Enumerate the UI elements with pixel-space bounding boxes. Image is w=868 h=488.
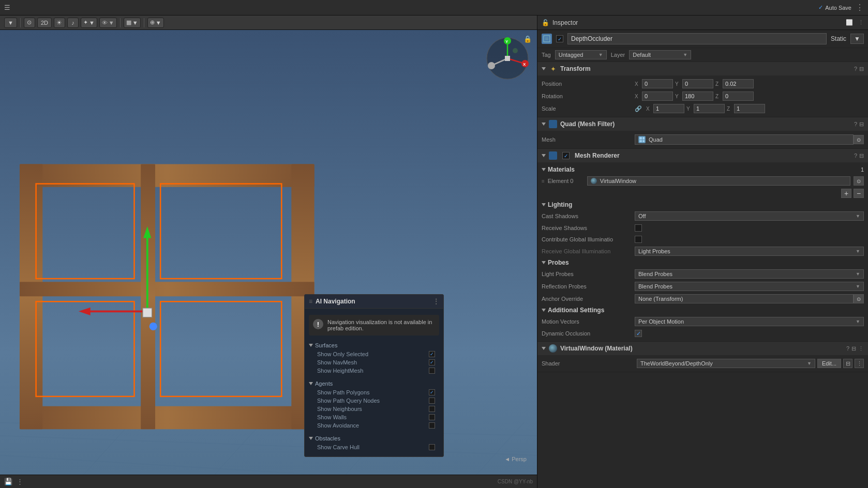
- obstacles-item-1-checkbox[interactable]: [429, 444, 435, 450]
- cast-shadows-dropdown[interactable]: Off ▼: [635, 211, 864, 221]
- top-more-btn[interactable]: ⋮: [856, 3, 864, 12]
- reflection-probes-dropdown[interactable]: Blend Probes ▼: [635, 282, 864, 291]
- position-y-input[interactable]: [682, 79, 713, 88]
- scale-x-input[interactable]: [653, 104, 684, 113]
- surfaces-item-2-checkbox[interactable]: [429, 359, 435, 365]
- agents-section-header[interactable]: Agents: [309, 379, 439, 388]
- mesh-renderer-help[interactable]: ?: [854, 152, 857, 159]
- agents-item-5-checkbox[interactable]: [429, 422, 435, 429]
- hidden-btn[interactable]: 👁▼: [99, 18, 117, 28]
- display-mode-btn[interactable]: ▦▼: [124, 18, 141, 28]
- shader-icon-btn-2[interactable]: ⋮: [855, 359, 864, 368]
- receive-gi-arrow: ▼: [856, 249, 860, 254]
- vwm-help[interactable]: ?: [846, 345, 849, 352]
- rotate-tool-btn[interactable]: ⊙: [24, 18, 35, 28]
- anchor-override-select-btn[interactable]: ⊙: [854, 294, 864, 303]
- light-probes-value: Blend Probes: [638, 271, 672, 277]
- object-name-input[interactable]: [567, 33, 827, 44]
- materials-subsection-header[interactable]: Materials 1: [542, 164, 864, 175]
- mesh-renderer-settings[interactable]: ⊟: [859, 152, 864, 159]
- additional-settings-header[interactable]: Additional Settings: [542, 305, 864, 315]
- rotation-z-input[interactable]: [723, 91, 754, 101]
- menu-icon[interactable]: ☰: [4, 4, 10, 11]
- 2d-btn[interactable]: 2D: [37, 18, 52, 28]
- transform-help-icon[interactable]: ?: [854, 66, 857, 72]
- lighting-btn[interactable]: ☀: [54, 18, 65, 28]
- anchor-override-dropdown[interactable]: None (Transform): [635, 294, 854, 303]
- inspector-close-btn[interactable]: ⋮: [858, 19, 864, 26]
- lighting-subsection-header[interactable]: Lighting: [542, 200, 864, 210]
- remove-material-btn[interactable]: −: [854, 189, 864, 198]
- mesh-renderer-title: Mesh Renderer: [575, 152, 851, 159]
- position-row: Position X Y Z: [542, 78, 864, 90]
- surfaces-section-header[interactable]: Surfaces: [309, 341, 439, 350]
- rotation-x-input[interactable]: [642, 91, 673, 101]
- layer-dropdown[interactable]: Default ▼: [629, 50, 691, 59]
- material-element-0-dropdown[interactable]: VirtualWindow: [587, 176, 850, 186]
- agents-item-2-checkbox[interactable]: [429, 398, 435, 404]
- vwm-more[interactable]: ⋮: [858, 345, 864, 352]
- agents-item-3-checkbox[interactable]: [429, 406, 435, 412]
- object-active-checkbox[interactable]: [556, 35, 563, 42]
- light-probes-label: Light Probes: [542, 271, 635, 277]
- drag-handle: ≡: [542, 178, 545, 184]
- cast-shadows-row: Cast Shadows Off ▼: [542, 210, 864, 222]
- scene-more-icon[interactable]: ⋮: [17, 478, 23, 485]
- add-remove-row: + −: [542, 187, 864, 200]
- rotation-y-input[interactable]: [682, 91, 713, 101]
- mesh-renderer-active-checkbox[interactable]: [562, 152, 570, 159]
- tag-dropdown[interactable]: Untagged ▼: [555, 50, 607, 59]
- surfaces-item-1-checkbox[interactable]: [429, 351, 435, 357]
- ai-nav-more[interactable]: ⋮: [433, 298, 439, 305]
- mesh-select-btn[interactable]: ⊙: [854, 135, 864, 144]
- audio-btn[interactable]: ♪: [67, 18, 79, 28]
- virtual-window-material-arrow: [542, 347, 546, 350]
- scale-link-icon[interactable]: 🔗: [635, 104, 642, 113]
- dynamic-occlusion-checkbox[interactable]: ✓: [635, 330, 642, 337]
- light-probes-dropdown[interactable]: Blend Probes ▼: [635, 269, 864, 279]
- surfaces-item-3-checkbox[interactable]: [429, 368, 435, 374]
- receive-shadows-label: Receive Shadows: [542, 225, 635, 231]
- lock-icon[interactable]: 🔓: [542, 19, 549, 26]
- scene-save-icon[interactable]: 💾: [4, 478, 12, 485]
- materials-arrow: [542, 168, 546, 171]
- obstacles-section-header[interactable]: Obstacles: [309, 434, 439, 443]
- mesh-filter-help[interactable]: ?: [854, 121, 857, 127]
- mesh-icon: [638, 136, 646, 143]
- position-x-input[interactable]: [642, 79, 673, 88]
- motion-vectors-dropdown[interactable]: Per Object Motion ▼: [635, 317, 864, 326]
- material-select-btn[interactable]: ⊙: [854, 176, 864, 186]
- add-material-btn[interactable]: +: [841, 189, 851, 198]
- agents-item-1-checkbox[interactable]: [429, 389, 435, 395]
- transform-header[interactable]: ✦ Transform ? ⊟: [537, 62, 868, 75]
- mesh-filter-settings[interactable]: ⊟: [859, 121, 864, 128]
- probes-subsection-header[interactable]: Probes: [542, 257, 864, 268]
- svg-point-32: [488, 62, 495, 69]
- receive-gi-dropdown[interactable]: Light Probes ▼: [635, 247, 864, 256]
- ai-nav-title: AI Navigation: [316, 298, 355, 305]
- shader-dropdown[interactable]: TheWorldBeyond/DepthOnly ▼: [637, 359, 815, 368]
- contribute-gi-checkbox[interactable]: [635, 236, 642, 243]
- shader-icon-btn-1[interactable]: ⊟: [843, 359, 852, 368]
- inspector-maximize-btn[interactable]: ⬜: [846, 19, 853, 26]
- transform-body: Position X Y Z: [537, 75, 868, 117]
- mesh-renderer-header[interactable]: Mesh Renderer ? ⊟: [537, 149, 868, 162]
- scale-z-input[interactable]: [734, 104, 765, 113]
- shader-edit-btn[interactable]: Edit...: [817, 359, 841, 368]
- transform-settings-icon[interactable]: ⊟: [859, 66, 864, 72]
- vwm-settings[interactable]: ⊟: [851, 345, 856, 352]
- mesh-dropdown[interactable]: Quad: [635, 134, 854, 145]
- virtual-window-material-header[interactable]: VirtualWindow (Material) ? ⊟ ⋮: [537, 342, 868, 355]
- scale-y-input[interactable]: [694, 104, 725, 113]
- receive-shadows-checkbox[interactable]: [635, 224, 642, 232]
- scene-lock-icon[interactable]: 🔒: [523, 35, 532, 43]
- position-z-input[interactable]: [723, 79, 754, 88]
- mesh-renderer-body: Materials 1 ≡ Element 0 VirtualWindow ⊙: [537, 162, 868, 341]
- agents-item-4-checkbox[interactable]: [429, 414, 435, 420]
- reflection-probes-arrow: ▼: [856, 284, 860, 289]
- fx-btn[interactable]: ✦▼: [81, 18, 97, 28]
- toolbar-dropdown-btn[interactable]: ▼: [4, 18, 17, 28]
- static-dropdown[interactable]: ▼: [850, 34, 864, 44]
- gizmos-btn[interactable]: ⊕▼: [147, 18, 164, 28]
- mesh-filter-header[interactable]: Quad (Mesh Filter) ? ⊟: [537, 117, 868, 131]
